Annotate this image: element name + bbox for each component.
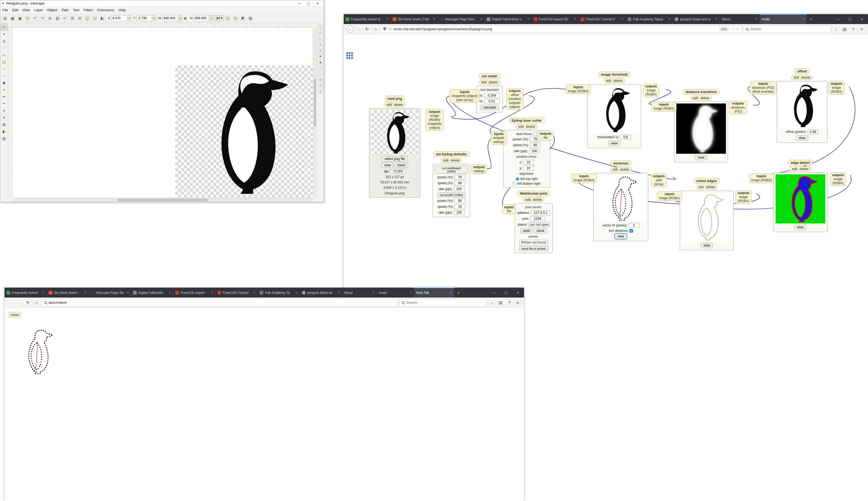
library-icon[interactable]: ▤	[497, 299, 504, 306]
inputs-tag[interactable]: inputsdistances (F32) offset (number)	[750, 81, 777, 95]
close-view-button[interactable]: close	[8, 312, 21, 318]
affect-stroke-icon[interactable]: ◰	[224, 15, 232, 22]
outputs-tag[interactable]: outputsoffset (number) toolpath (object)	[506, 88, 524, 110]
menu-file[interactable]: File	[0, 7, 10, 13]
rate-input[interactable]	[529, 149, 540, 153]
zoom-page-icon[interactable]: ⊟	[76, 15, 83, 22]
close-button[interactable]: ✕	[512, 288, 524, 298]
calculate-button[interactable]: calculate	[480, 105, 499, 110]
send-to-printer-button[interactable]: send file to printer	[519, 246, 548, 251]
h-input[interactable]	[194, 15, 209, 21]
horizontal-ruler[interactable]	[12, 23, 313, 28]
inputs-tag[interactable]: inputsimage (RGBA)	[657, 191, 682, 201]
ungroup-icon[interactable]: ◲	[91, 15, 98, 22]
view-button[interactable]: view	[701, 243, 713, 248]
search-bar[interactable]	[399, 299, 487, 306]
star-tool[interactable]: ☆	[1, 73, 8, 79]
tab-close-icon[interactable]: ✕	[85, 291, 87, 294]
selector-tool[interactable]: ↖	[1, 24, 8, 31]
download-icon[interactable]: ↓	[833, 25, 840, 33]
outputs-tag[interactable]: outputsimage (RGBA)	[643, 84, 659, 97]
tab-git-cheat-sheet[interactable]: Git cheat sheet | Fab✕	[391, 14, 438, 24]
outputs-tag[interactable]: outputsimage (RGBA)	[736, 190, 751, 204]
menu-object[interactable]: Object	[45, 7, 59, 13]
edit-button[interactable]: edit	[443, 159, 448, 162]
tab-close-icon[interactable]: ✕	[386, 18, 388, 21]
y-spinner[interactable]: ▲▼	[153, 15, 156, 21]
open-icon[interactable]: ▦	[9, 15, 16, 22]
zoom-drawing-icon[interactable]: ⊞	[69, 15, 76, 22]
close-button[interactable]: close	[534, 228, 547, 233]
speed-input[interactable]	[454, 181, 465, 185]
delete-button[interactable]: delete	[706, 185, 715, 189]
tab-close-icon[interactable]: ✕	[169, 291, 171, 294]
threshold-input[interactable]	[620, 135, 631, 140]
affect-pattern-icon[interactable]: ▨	[247, 15, 254, 22]
library-icon[interactable]: ▤	[841, 25, 848, 33]
snap-smooth-icon[interactable]: ○	[318, 65, 323, 71]
vector-fit-input[interactable]	[629, 223, 639, 228]
tab-close-icon[interactable]: ✕	[211, 291, 213, 294]
snap-grid-icon[interactable]: ⌗	[318, 83, 323, 88]
vertical-ruler[interactable]	[8, 28, 12, 198]
delete-button[interactable]: delete	[700, 96, 710, 100]
x-spinner[interactable]: ▲▼	[128, 15, 131, 21]
scissors-icon[interactable]: ✂	[62, 15, 68, 22]
bookmark-star-icon[interactable]: ☆	[736, 27, 739, 31]
tab-close-icon[interactable]: ✕	[755, 18, 758, 21]
ellipse-tool[interactable]: ○	[1, 65, 8, 72]
tab-new-tab-active[interactable]: New Tab✕	[414, 288, 454, 298]
edit-button[interactable]: edit	[794, 76, 799, 79]
menu-view[interactable]: View	[20, 7, 32, 13]
view-button[interactable]: view	[695, 155, 707, 160]
search-input[interactable]	[750, 27, 828, 31]
reload-button[interactable]: ↻	[24, 299, 32, 306]
delete-button[interactable]: delete	[533, 198, 542, 202]
tab-close-icon[interactable]: ✕	[527, 18, 530, 21]
edit-button[interactable]: edit	[481, 81, 487, 84]
snap-guide-icon[interactable]: ∥	[318, 89, 323, 94]
tab-close-icon[interactable]: ✕	[338, 291, 340, 294]
snap-cusp-icon[interactable]: ◆	[318, 59, 323, 65]
power-input[interactable]	[454, 175, 465, 180]
shield-icon[interactable]	[383, 27, 386, 31]
tab-digital-fabrication[interactable]: Digital Fabrication u✕	[485, 14, 532, 24]
print-icon[interactable]: ⎙	[24, 15, 31, 22]
tab-close-icon[interactable]: ✕	[372, 291, 375, 294]
module-title[interactable]: offset	[794, 68, 809, 74]
tab-close-icon[interactable]: ✕	[42, 291, 45, 294]
module-title[interactable]: image threshold	[598, 72, 630, 77]
help-icon[interactable]: ?	[849, 25, 857, 33]
calligraphy-tool[interactable]: ✑	[1, 100, 8, 107]
back-button[interactable]: ←	[347, 25, 354, 33]
tab-close-icon[interactable]: ✕	[433, 18, 436, 21]
module-title[interactable]: orient edges	[694, 178, 719, 184]
minimize-button[interactable]: —	[832, 14, 844, 24]
info-icon[interactable]: ⓘ	[388, 27, 392, 32]
tab-about[interactable]: About✕	[720, 14, 760, 24]
lock-icon[interactable]: ▣	[183, 15, 188, 21]
minimize-button[interactable]: —	[295, 0, 304, 7]
tab-fab-academy[interactable]: Fab Academy Tapas✕	[626, 14, 673, 24]
tool-overlap-input[interactable]	[484, 99, 499, 104]
snap-midpoint-icon[interactable]: ·	[318, 71, 323, 76]
menu-layer[interactable]: Layer	[32, 7, 45, 13]
eraser-tool[interactable]: ▨	[1, 121, 8, 128]
offset-input[interactable]	[807, 129, 818, 134]
module-title[interactable]: vectorize	[611, 160, 631, 166]
tab-close-icon[interactable]: ✕	[450, 291, 452, 294]
box3d-tool[interactable]: ◫	[1, 58, 8, 65]
affect-corners-icon[interactable]: ⊡	[232, 15, 239, 22]
node-tool[interactable]: ✦	[1, 31, 8, 38]
tab-digital-fabrication[interactable]: Digital Fabricatio✕	[131, 288, 173, 298]
tool-diameter-input[interactable]	[484, 93, 499, 98]
printer-select[interactable]: Printer not found	[519, 240, 548, 245]
outputs-tag[interactable]: outputsfile	[538, 131, 554, 141]
minimize-button[interactable]: —	[488, 288, 500, 298]
rate-input[interactable]	[454, 186, 464, 191]
edit-button[interactable]: edit	[518, 125, 524, 129]
module-title[interactable]: edge detect	[788, 160, 812, 166]
rect-tool[interactable]: ▭	[1, 52, 8, 58]
help-icon[interactable]: ?	[506, 299, 513, 306]
maximize-button[interactable]: ▢	[844, 14, 856, 24]
